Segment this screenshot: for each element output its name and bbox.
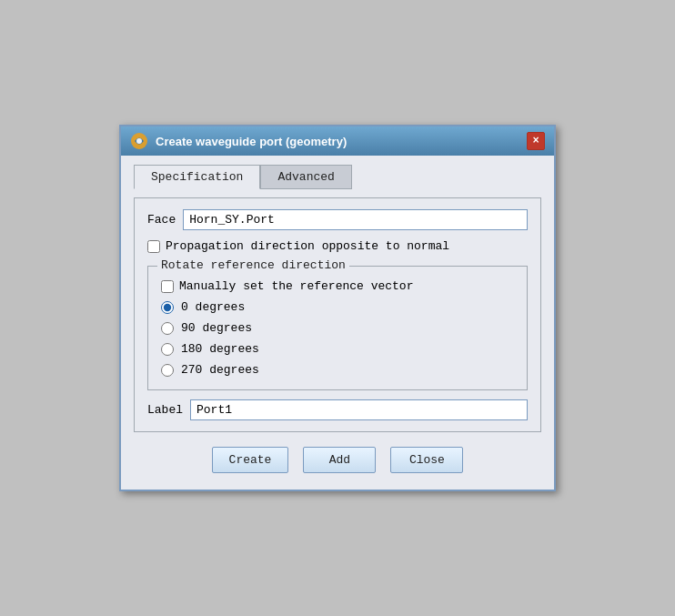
dialog-title: Create waveguide port (geometry)	[156, 135, 347, 148]
output-label: Label	[147, 403, 183, 417]
button-row: Create Add Close	[134, 441, 541, 477]
radio-90-row: 90 degrees	[161, 321, 514, 335]
rotate-reference-group: Rotate reference direction Manually set …	[147, 266, 528, 390]
label-row: Label	[147, 399, 528, 420]
dialog-body: Specification Advanced Face Propagation …	[121, 156, 554, 490]
face-input[interactable]	[183, 209, 528, 230]
radio-180-label: 180 degrees	[181, 342, 259, 356]
close-dialog-button[interactable]: Close	[390, 447, 463, 473]
app-icon	[130, 132, 148, 150]
propagation-checkbox[interactable]	[147, 240, 160, 253]
propagation-label: Propagation direction opposite to normal	[166, 239, 449, 253]
radio-0[interactable]	[161, 301, 174, 314]
title-bar: Create waveguide port (geometry) ×	[121, 126, 554, 156]
radio-270-row: 270 degrees	[161, 363, 514, 377]
radio-90[interactable]	[161, 322, 174, 335]
manual-checkbox[interactable]	[161, 280, 174, 293]
manual-row: Manually set the reference vector	[161, 279, 514, 293]
radio-180-row: 180 degrees	[161, 342, 514, 356]
close-button[interactable]: ×	[527, 132, 545, 150]
face-row: Face	[147, 209, 528, 230]
title-bar-left: Create waveguide port (geometry)	[130, 132, 347, 150]
tab-bar: Specification Advanced	[134, 165, 541, 189]
radio-270-label: 270 degrees	[181, 363, 259, 377]
dialog: Create waveguide port (geometry) × Speci…	[119, 125, 556, 491]
specification-panel: Face Propagation direction opposite to n…	[134, 197, 541, 432]
svg-point-1	[136, 138, 142, 144]
radio-90-label: 90 degrees	[181, 321, 252, 335]
radio-0-label: 0 degrees	[181, 300, 245, 314]
tab-advanced[interactable]: Advanced	[260, 165, 351, 189]
radio-180[interactable]	[161, 343, 174, 356]
radio-270[interactable]	[161, 364, 174, 377]
manual-label: Manually set the reference vector	[179, 279, 413, 293]
propagation-row: Propagation direction opposite to normal	[147, 239, 528, 253]
label-input[interactable]	[190, 399, 528, 420]
group-label: Rotate reference direction	[157, 258, 349, 272]
radio-0-row: 0 degrees	[161, 300, 514, 314]
tab-specification[interactable]: Specification	[134, 165, 260, 189]
add-button[interactable]: Add	[303, 447, 376, 473]
group-content: Manually set the reference vector 0 degr…	[161, 279, 514, 377]
create-button[interactable]: Create	[212, 447, 289, 473]
face-label: Face	[147, 213, 176, 227]
